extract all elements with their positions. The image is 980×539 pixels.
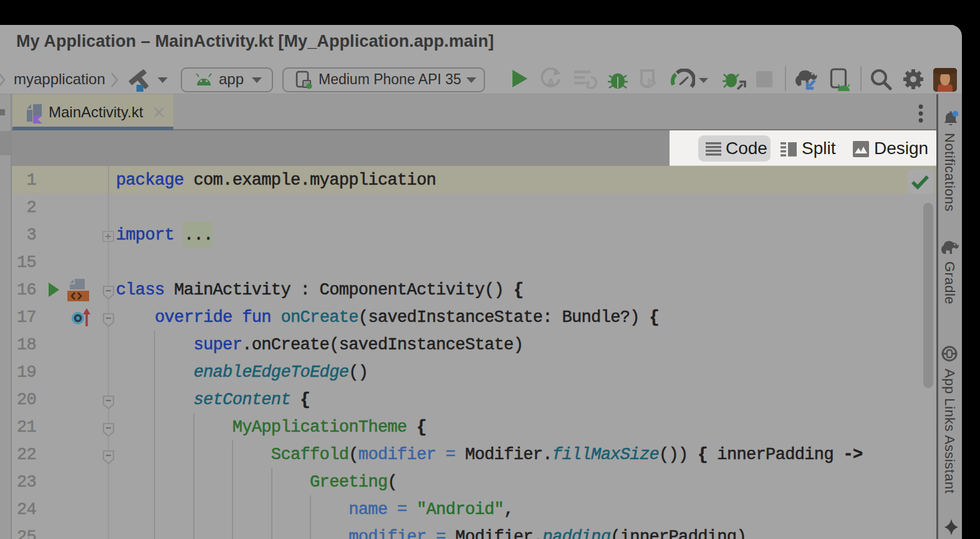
svg-text:A: A (547, 77, 555, 89)
